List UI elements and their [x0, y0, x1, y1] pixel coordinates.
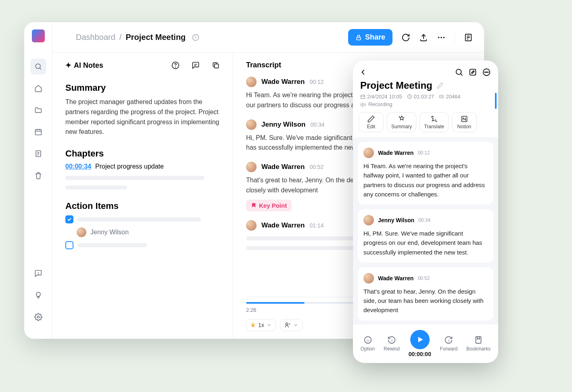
calendar-icon[interactable]	[30, 124, 46, 140]
play-button[interactable]: 00:00:00	[409, 330, 431, 357]
edit-action[interactable]: Edit	[359, 112, 384, 132]
chapters-title: Chapters	[65, 148, 220, 159]
sync-icon[interactable]	[401, 33, 410, 42]
svg-line-30	[461, 74, 462, 75]
search-icon[interactable]	[455, 68, 463, 77]
play-icon	[410, 330, 430, 349]
skeleton-line	[65, 186, 127, 190]
option-button[interactable]: 1x Option	[361, 336, 375, 352]
meta-duration: 01:03:27	[407, 94, 434, 100]
mobile-topbar	[353, 60, 498, 78]
action-items-title: Action Items	[65, 201, 220, 211]
breadcrumb-root[interactable]: Dashboard	[76, 33, 115, 42]
trash-icon[interactable]	[30, 167, 46, 183]
settings-icon[interactable]	[30, 309, 46, 325]
waveform-icon: ı|ıı	[360, 101, 366, 107]
pencil-icon[interactable]	[436, 82, 444, 89]
share-button[interactable]: Share	[348, 29, 392, 46]
player-time: 00:00:00	[409, 351, 431, 357]
svg-point-29	[456, 69, 461, 75]
copy-icon[interactable]	[212, 61, 220, 69]
avatar-icon	[246, 119, 257, 130]
svg-text:3: 3	[448, 339, 450, 342]
chapter-time[interactable]: 00:00:34	[65, 163, 91, 170]
back-icon[interactable]	[359, 68, 367, 77]
speaker-selector[interactable]	[280, 319, 303, 331]
crown-icon: ♛	[251, 322, 256, 328]
idea-icon[interactable]	[30, 287, 46, 303]
translate-action[interactable]: Translate	[420, 112, 449, 132]
svg-point-16	[440, 37, 442, 38]
svg-marker-46	[418, 337, 423, 342]
svg-rect-13	[357, 37, 360, 40]
svg-point-27	[286, 323, 288, 325]
checkbox-unchecked-icon[interactable]	[65, 241, 73, 249]
bookmarks-button[interactable]: Bookmarks	[466, 336, 491, 352]
notion-action[interactable]: Notion	[452, 112, 477, 132]
timestamp: 00:34	[418, 217, 430, 223]
divider	[455, 32, 455, 43]
speaker-name: Wade Warren	[261, 78, 305, 86]
svg-line-1	[40, 68, 41, 70]
svg-point-15	[438, 37, 440, 38]
skeleton-line	[77, 217, 201, 221]
feedback-icon[interactable]	[30, 265, 46, 281]
svg-point-0	[35, 64, 40, 69]
svg-text:1x: 1x	[366, 339, 370, 342]
keypoint-tag[interactable]: Key Point	[246, 200, 292, 211]
svg-text:3: 3	[391, 339, 392, 342]
svg-rect-26	[215, 64, 219, 68]
svg-rect-48	[476, 337, 481, 344]
svg-point-34	[486, 72, 487, 73]
rewind-button[interactable]: 3 Rewind	[384, 336, 400, 352]
skeleton-line	[65, 176, 205, 180]
svg-rect-2	[35, 129, 41, 135]
mobile-meta: 2/4/2024 10:05 01:03:27 20464	[353, 94, 498, 100]
svg-rect-36	[361, 95, 365, 99]
forward-button[interactable]: 3 Forward	[440, 336, 457, 352]
notes-header: ✦ AI Notes	[52, 53, 233, 76]
more-icon[interactable]	[437, 33, 446, 42]
action-item-2[interactable]	[65, 241, 220, 249]
mobile-entry[interactable]: Wade Warren 00:52 That's great to hear, …	[358, 267, 493, 321]
speaker-name: Jenny Wilson	[261, 121, 305, 129]
tasks-icon[interactable]	[30, 146, 46, 162]
info-icon[interactable]	[192, 34, 199, 41]
action-item-1[interactable]	[65, 215, 220, 223]
sparkle-icon: ✦	[65, 61, 71, 70]
app-logo[interactable]	[32, 29, 45, 42]
speed-selector[interactable]: ♛ 1x	[246, 319, 276, 331]
home-icon[interactable]	[30, 80, 46, 96]
sidebar	[24, 22, 52, 339]
mobile-entry[interactable]: Jenny Wilson 00:34 Hi, PM. Sure. We've m…	[358, 209, 493, 263]
notes-pane: ✦ AI Notes	[52, 53, 233, 339]
more-icon[interactable]	[482, 68, 491, 77]
mobile-body[interactable]: Wade Warren 00:12 Hi Team. As we're near…	[353, 137, 498, 324]
upload-icon[interactable]	[419, 33, 428, 42]
svg-rect-31	[470, 69, 476, 75]
checkbox-checked-icon[interactable]	[65, 215, 73, 223]
share-label: Share	[365, 33, 385, 42]
entry-text: That's great to hear, Jenny. On the desi…	[363, 287, 488, 315]
avatar-icon	[246, 77, 257, 87]
mobile-entry[interactable]: Wade Warren 00:12 Hi Team. As we're near…	[358, 142, 493, 204]
avatar-icon	[363, 273, 374, 284]
search-icon[interactable]	[30, 58, 46, 75]
svg-line-41	[399, 116, 400, 117]
summary-action[interactable]: Summary	[387, 112, 416, 132]
topbar: Dashboard / Project Meeting Share	[52, 22, 484, 53]
progress-fill	[246, 302, 305, 304]
comment-icon[interactable]	[192, 61, 200, 69]
edit-icon[interactable]	[468, 68, 477, 77]
svg-point-9	[37, 316, 39, 318]
avatar-icon	[77, 227, 86, 237]
chapter-row[interactable]: 00:00:34 Project progress update	[65, 163, 220, 170]
folder-icon[interactable]	[30, 102, 46, 118]
skeleton-line	[77, 243, 147, 247]
svg-point-33	[484, 72, 485, 73]
keypoint-label: Key Point	[259, 202, 287, 209]
entry-text: Hi, PM. Sure. We've made significant pro…	[363, 229, 488, 257]
timestamp: 00:12	[418, 150, 430, 156]
help-icon[interactable]	[171, 61, 180, 69]
notes-icon[interactable]	[464, 33, 473, 42]
